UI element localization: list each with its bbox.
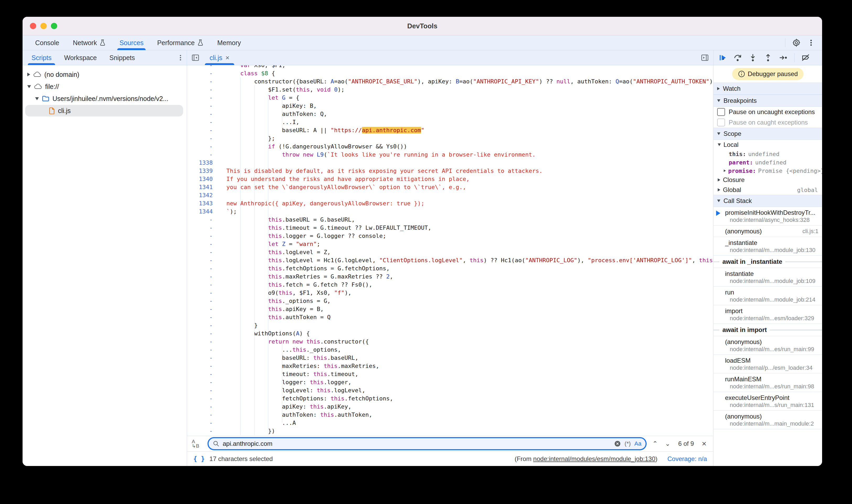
call-stack-frame[interactable]: instantiatenode:internal/m...module_job:… bbox=[713, 268, 822, 287]
code-line-text[interactable]: you can set the \`dangerouslyAllowBrowse… bbox=[219, 183, 713, 191]
gutter-line-marker[interactable]: - bbox=[187, 321, 219, 329]
disclosure-triangle-icon[interactable] bbox=[724, 169, 726, 172]
call-stack-frame[interactable]: runMainESMnode:internal/m...es/run_main:… bbox=[713, 373, 822, 392]
code-line-text[interactable]: ...I, bbox=[219, 118, 713, 126]
close-find-bar-icon[interactable]: × bbox=[700, 439, 708, 448]
section-watch[interactable]: Watch bbox=[713, 83, 822, 95]
gutter-line-marker[interactable]: - bbox=[187, 338, 219, 346]
scope-property-parent[interactable]: parent: undefined bbox=[713, 158, 822, 166]
close-tab-icon[interactable]: × bbox=[226, 54, 230, 62]
code-line-text[interactable]: class $8 { bbox=[219, 69, 713, 77]
call-stack-frame[interactable]: runnode:internal/m...module_job:214 bbox=[713, 287, 822, 305]
gutter-line-marker[interactable]: - bbox=[187, 329, 219, 338]
gutter-line-marker[interactable]: 1339 bbox=[187, 167, 219, 175]
close-window-button[interactable] bbox=[30, 23, 36, 29]
tree-item-cli-js[interactable]: cli.js bbox=[22, 105, 187, 117]
code-line-text[interactable]: If you understand the risks and have app… bbox=[219, 175, 713, 183]
gutter-line-marker[interactable]: - bbox=[187, 411, 219, 419]
clear-search-icon[interactable] bbox=[614, 440, 621, 447]
editor-tab-clijs[interactable]: cli.js × bbox=[204, 50, 235, 65]
settings-gear-icon[interactable] bbox=[790, 36, 803, 49]
gutter-line-marker[interactable]: - bbox=[187, 354, 219, 362]
gutter-line-marker[interactable]: - bbox=[187, 94, 219, 102]
scope-group-global[interactable]: Globalglobal bbox=[713, 185, 822, 195]
next-match-icon[interactable]: ⌄ bbox=[663, 440, 672, 447]
code-line-text[interactable]: } bbox=[219, 435, 713, 436]
code-line-text[interactable]: this.timeout = G.timeout ?? Lw.DEFAULT_T… bbox=[219, 224, 713, 232]
gutter-line-marker[interactable]: - bbox=[187, 370, 219, 378]
code-line-text[interactable]: apiKey: B, bbox=[219, 102, 713, 110]
code-line-text[interactable]: withOptions(A) { bbox=[219, 329, 713, 338]
tree-item-file-[interactable]: file:// bbox=[22, 80, 187, 93]
code-line-text[interactable]: $F1.set(this, void 0); bbox=[219, 86, 713, 94]
pretty-print-icon[interactable]: { } bbox=[193, 455, 205, 463]
code-line-text[interactable]: var Xs0, $F1; bbox=[219, 65, 713, 69]
call-stack-frame[interactable]: promiseInitHookWithDestroyTr...node:inte… bbox=[713, 207, 822, 226]
gutter-line-marker[interactable]: 1343 bbox=[187, 199, 219, 208]
gutter-line-marker[interactable]: - bbox=[187, 256, 219, 264]
collapse-navigator-icon[interactable] bbox=[187, 50, 204, 65]
source-mapped-from-link[interactable]: node:internal/modules/esm/module_job:130 bbox=[533, 455, 656, 462]
code-line-text[interactable]: maxRetries: this.maxRetries, bbox=[219, 362, 713, 370]
collapse-debugger-icon[interactable] bbox=[696, 50, 713, 65]
coverage-link[interactable]: Coverage: n/a bbox=[667, 455, 707, 463]
gutter-line-marker[interactable]: 1341 bbox=[187, 183, 219, 191]
code-line-text[interactable]: apiKey: this.apiKey, bbox=[219, 402, 713, 411]
find-ab-icon[interactable]: A↳B bbox=[190, 439, 203, 448]
search-input[interactable]: api.anthropic.com (*) Aa bbox=[208, 437, 646, 450]
tab-performance[interactable]: Performance bbox=[150, 35, 210, 50]
deactivate-breakpoints-icon[interactable] bbox=[799, 51, 812, 64]
gutter-line-marker[interactable]: - bbox=[187, 142, 219, 150]
gutter-line-marker[interactable]: - bbox=[187, 394, 219, 402]
minimize-window-button[interactable] bbox=[40, 23, 47, 29]
gutter-line-marker[interactable]: - bbox=[187, 102, 219, 110]
code-line-text[interactable]: baseURL: A || "https://api.anthropic.com… bbox=[219, 126, 713, 134]
code-line-text[interactable]: this.logger = G.logger ?? console; bbox=[219, 232, 713, 240]
code-line-text[interactable]: logger: this.logger, bbox=[219, 378, 713, 386]
gutter-line-marker[interactable]: - bbox=[187, 305, 219, 313]
step-into-icon[interactable] bbox=[746, 51, 760, 64]
code-line-text[interactable]: timeout: this.timeout, bbox=[219, 370, 713, 378]
sidebar-tab-scripts[interactable]: Scripts bbox=[25, 50, 58, 65]
code-line-text[interactable]: this.baseURL = G.baseURL, bbox=[219, 216, 713, 224]
tab-memory[interactable]: Memory bbox=[210, 35, 248, 50]
code-line-text[interactable]: let Z = "warn"; bbox=[219, 240, 713, 248]
code-editor[interactable]: - var Xs0, $F1;- class $8 {- constructor… bbox=[187, 65, 713, 436]
tree-item-users-jinhuilee-nvm-versions-node-v2-[interactable]: Users/jinhuilee/.nvm/versions/node/v2... bbox=[22, 93, 187, 105]
gutter-line-marker[interactable]: - bbox=[187, 297, 219, 305]
code-line-text[interactable]: this.maxRetries = G.maxRetries ?? 2, bbox=[219, 272, 713, 281]
code-line-text[interactable]: this.fetch = G.fetch ?? Fs0(), bbox=[219, 281, 713, 289]
code-line-text[interactable]: logLevel: this.logLevel, bbox=[219, 386, 713, 394]
code-line-text[interactable] bbox=[219, 159, 713, 167]
gutter-line-marker[interactable]: - bbox=[187, 110, 219, 118]
code-line-text[interactable]: throw new L9(`It looks like you're runni… bbox=[219, 150, 713, 159]
code-line-text[interactable]: } bbox=[219, 321, 713, 329]
gutter-line-marker[interactable]: 1338 bbox=[187, 159, 219, 167]
gutter-line-marker[interactable]: 1344 bbox=[187, 208, 219, 216]
step-over-icon[interactable] bbox=[731, 51, 744, 64]
code-line-text[interactable]: return new this.constructor({ bbox=[219, 338, 713, 346]
scope-group-local[interactable]: Local bbox=[713, 140, 822, 150]
gutter-line-marker[interactable]: - bbox=[187, 248, 219, 256]
tab-console[interactable]: Console bbox=[28, 35, 66, 50]
tree-item--no-domain-[interactable]: (no domain) bbox=[22, 69, 187, 80]
section-scope[interactable]: Scope bbox=[713, 128, 822, 140]
step-icon[interactable] bbox=[777, 51, 790, 64]
disclosure-triangle-icon[interactable] bbox=[35, 97, 39, 100]
code-line-text[interactable]: `); bbox=[219, 208, 713, 216]
gutter-line-marker[interactable]: 1340 bbox=[187, 175, 219, 183]
scope-group-closure[interactable]: Closure bbox=[713, 175, 822, 185]
disclosure-triangle-icon[interactable] bbox=[27, 85, 31, 88]
gutter-line-marker[interactable]: - bbox=[187, 435, 219, 436]
gutter-line-marker[interactable]: - bbox=[187, 386, 219, 394]
disclosure-triangle-icon[interactable] bbox=[718, 178, 720, 181]
code-line-text[interactable]: constructor({baseURL: A=ao("ANTHROPIC_BA… bbox=[219, 77, 713, 86]
zoom-window-button[interactable] bbox=[51, 23, 57, 29]
call-stack-frame[interactable]: (anonymous)node:internal/m...es/run_main… bbox=[713, 336, 822, 355]
gutter-line-marker[interactable]: - bbox=[187, 232, 219, 240]
code-line-text[interactable]: this.logLevel = Hc1(G.logLevel, "ClientO… bbox=[219, 256, 713, 264]
code-line-text[interactable]: }; bbox=[219, 134, 713, 142]
sidebar-tab-snippets[interactable]: Snippets bbox=[103, 50, 141, 65]
resume-script-icon[interactable] bbox=[715, 51, 729, 64]
gutter-line-marker[interactable]: - bbox=[187, 86, 219, 94]
